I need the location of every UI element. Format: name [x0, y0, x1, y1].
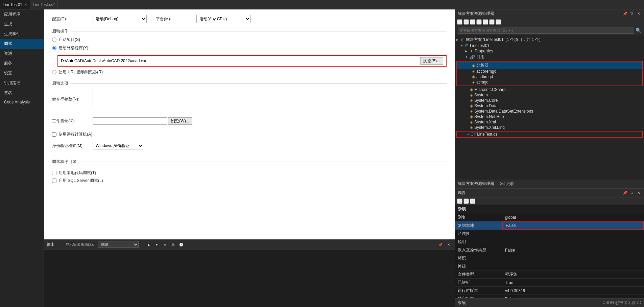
sidebar-item-settings[interactable]: 设置 [0, 68, 44, 78]
se-tool-4[interactable]: □ [476, 19, 482, 25]
se-header: 解决方案资源管理器 📌 ▽ ✕ [455, 9, 644, 18]
sidebar-item-code-analysis[interactable]: Code Analysis [0, 98, 44, 107]
sql-debug-item: 启用 SQL Server 调试(L) [52, 178, 447, 184]
panel-btn-3[interactable]: ≡ [162, 241, 168, 247]
panel-btn-4[interactable]: ⊟ [170, 241, 176, 247]
prop-name-desc: 说明 [455, 238, 502, 246]
se-bottom-tabs: 解决方案资源管理器 Git 更改 [455, 180, 644, 188]
config-select[interactable]: 活动(Debug) [93, 15, 147, 23]
se-tool-5[interactable]: □ [483, 19, 488, 25]
external-program-input[interactable] [61, 57, 418, 65]
sidebar-item-build[interactable]: 生成 [0, 19, 44, 29]
cs-file-indicator: + [467, 133, 469, 136]
prop-area: 杂项 别名 global 复制本地 False 区域 [455, 205, 644, 298]
tree-properties[interactable]: ▶ ✦ Properties [455, 48, 644, 54]
native-debug-checkbox[interactable] [52, 171, 56, 175]
work-dir-input[interactable] [93, 117, 167, 125]
prop-header: 属性 📌 ▽ ✕ [455, 189, 644, 197]
tree-cs-file[interactable]: + C# LineTest.cs [457, 132, 642, 137]
browse-b-button[interactable]: 浏览(B)... [420, 57, 443, 65]
panel-btn-1[interactable]: ▲ [145, 241, 152, 247]
tree-project[interactable]: ▼ ⊟ LineTest01 [455, 43, 644, 48]
prop-row-copy-local: 复制本地 False [455, 221, 644, 230]
prop-close-btn[interactable]: ✕ [636, 190, 641, 196]
se-pin-btn[interactable]: 📌 [622, 11, 628, 17]
tree-ref-analyzer[interactable]: ◈ 分析器 [457, 62, 642, 69]
auth-mode-select[interactable]: Windows 身份验证 [93, 142, 143, 149]
se-tab-2[interactable]: Git 更改 [500, 181, 514, 187]
panel-toolbar: ▲ ▼ ≡ ⊟ 🕐 [145, 241, 185, 247]
se-tool-2[interactable]: ↺ [463, 19, 469, 25]
se-tool-1[interactable]: ⊞ [457, 19, 462, 25]
se-tab-1[interactable]: 解决方案资源管理器 [458, 181, 494, 187]
prop-name-resolved: 已解析 [455, 279, 502, 286]
cmd-args-row: 命令行参数(N): [52, 89, 447, 109]
tree-ref-ms-csharp[interactable]: ◈ Microsoft.CSharp [455, 87, 644, 92]
tree-ref-system[interactable]: ◈ System [455, 92, 644, 98]
sidebar-item-resources[interactable]: 资源 [0, 49, 44, 58]
prop-tool-2[interactable]: ≡ [463, 198, 469, 204]
tree-ref-system-net[interactable]: ◈ System.Net.Http [455, 114, 644, 119]
tree-ref-system-data[interactable]: ◈ System.Data [455, 103, 644, 109]
prop-pin-btn[interactable]: 📌 [622, 190, 628, 196]
radio-group: 启动项目(S) 启动外部程序(X): 浏览(B)... [52, 37, 447, 75]
prop-header-icons: 📌 ▽ ✕ [622, 190, 641, 196]
se-search-input[interactable] [458, 27, 634, 34]
panel-pin-btn[interactable]: 📌 [437, 241, 444, 247]
ref-icon-sys-data: ◈ [470, 103, 473, 108]
tree-ref-system-xml[interactable]: ◈ System.Xml [455, 119, 644, 125]
prop-title: 属性 [458, 190, 466, 196]
prop-name-copy-local: 复制本地 [455, 222, 502, 230]
tree-ref-acdbmgd[interactable]: ◈ acdbmgd [457, 74, 642, 79]
panel-close-btn[interactable]: ✕ [445, 241, 452, 247]
browse-w-button[interactable]: 浏览(W)... [168, 117, 192, 125]
ref-icon-sys-dse: ◈ [470, 109, 473, 114]
tree-ref-system-core[interactable]: ◈ System.Core [455, 98, 644, 103]
ref-icon-sys-xml: ◈ [470, 120, 473, 124]
source-select[interactable]: 调试 [98, 241, 139, 248]
tree-references[interactable]: ▼ 🔗 引用 [455, 54, 644, 60]
sidebar-item-services[interactable]: 服务 [0, 58, 44, 68]
prop-value-copy-local[interactable]: False [502, 221, 644, 230]
main-layout: 应用程序 生成 生成事件 调试 资源 服务 设置 引用路径 签名 Code An… [0, 9, 644, 307]
right-panel: 解决方案资源管理器 📌 ▽ ✕ ⊞ ↺ ← □ □ ⚙ [455, 9, 644, 307]
section-line-2 [71, 83, 447, 84]
tab-linetest01-close[interactable]: ✕ [24, 3, 27, 6]
startup-options-section: 启动选项 [52, 80, 447, 86]
sql-debug-checkbox[interactable] [52, 179, 56, 183]
tree-ref-accoremgd[interactable]: ◈ accoremgd [457, 69, 642, 74]
sidebar-item-ref-paths[interactable]: 引用路径 [0, 78, 44, 88]
ref-acdbmgd-label: acdbmgd [476, 74, 493, 79]
tab-linetest01[interactable]: LineTest01 ✕ [0, 0, 30, 9]
se-tool-6[interactable]: ⚙ [489, 19, 495, 25]
ref-analyzer-label: 分析器 [476, 63, 488, 68]
sidebar-item-build-events[interactable]: 生成事件 [0, 29, 44, 39]
se-close-btn[interactable]: ✕ [636, 11, 641, 17]
sidebar-item-debug[interactable]: 调试 [0, 39, 44, 49]
remote-machine-checkbox[interactable] [52, 132, 56, 137]
se-tool-3[interactable]: ← [470, 19, 475, 25]
tab-linetest-cs[interactable]: LineTest.cs* [30, 0, 58, 9]
ref-system-label: System [474, 93, 488, 97]
se-arrow-btn[interactable]: ▽ [629, 11, 635, 17]
radio-url[interactable] [52, 70, 56, 74]
radio-external[interactable] [52, 46, 56, 50]
prop-tool-3[interactable]: ⚙ [470, 198, 475, 204]
debug-section: 启用本地代码调试(T) 启用 SQL Server 调试(L) [52, 170, 447, 184]
sidebar-item-app[interactable]: 应用程序 [0, 9, 44, 19]
prop-tool-1[interactable]: ⊞ [457, 198, 462, 204]
tree-ref-system-data-dse[interactable]: ◈ System.Data.DataSetExtensions [455, 109, 644, 114]
panel-btn-2[interactable]: ▼ [153, 241, 160, 247]
sidebar-item-signing[interactable]: 签名 [0, 88, 44, 98]
se-toolbar: ⊞ ↺ ← □ □ ⚙ ≡ [455, 18, 644, 26]
platform-select[interactable]: 活动(Any CPU) [196, 15, 251, 23]
solution-arrow: ▶ [456, 38, 460, 41]
tree-ref-acmgd[interactable]: ◈ acmgd [457, 79, 642, 85]
panel-btn-5[interactable]: 🕐 [178, 241, 185, 247]
tree-solution[interactable]: ▶ ⊞ 解决方案 'LineTest01' (1 个项目，共 1 个) [455, 37, 644, 43]
cmd-args-input[interactable] [93, 89, 167, 109]
tree-ref-system-xml-linq[interactable]: ◈ System.Xml.Linq [455, 125, 644, 130]
radio-project[interactable] [52, 38, 56, 42]
se-tool-7[interactable]: ≡ [496, 19, 501, 25]
prop-arrow-btn[interactable]: ▽ [629, 190, 635, 196]
